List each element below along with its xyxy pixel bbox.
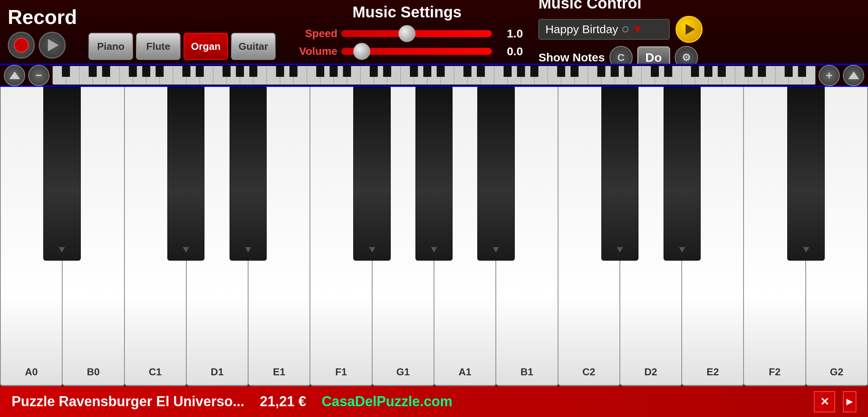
song-name: Happy Birtday <box>545 23 618 36</box>
black-key-7[interactable] <box>477 87 514 261</box>
svg-rect-95 <box>744 66 752 77</box>
svg-rect-77 <box>410 66 418 77</box>
instrument-section: Piano Flute Organ Guitar <box>89 33 276 60</box>
svg-rect-78 <box>423 66 431 77</box>
piano-button[interactable]: Piano <box>89 33 133 60</box>
volume-thumb[interactable] <box>353 43 370 60</box>
svg-rect-68 <box>236 66 244 77</box>
chevron-down-ad-icon: ▶ <box>846 397 853 407</box>
control-title: Music Control <box>538 0 642 12</box>
svg-rect-70 <box>276 66 284 77</box>
svg-rect-92 <box>691 66 699 77</box>
ad-price: 21,21 € <box>260 393 306 409</box>
black-key-9[interactable] <box>601 87 638 261</box>
play-song-button[interactable] <box>676 16 703 43</box>
svg-rect-67 <box>223 66 231 77</box>
plus-icon: + <box>826 69 833 82</box>
svg-rect-61 <box>102 66 110 77</box>
speed-value: 1.0 <box>496 27 523 40</box>
close-icon: ✕ <box>820 395 829 408</box>
speed-track <box>341 30 492 37</box>
svg-rect-60 <box>89 66 97 77</box>
black-key-2[interactable] <box>167 87 204 261</box>
svg-rect-96 <box>758 66 766 77</box>
piano-keyboard-area: A0 B0 C1 D1 E1 F1 G1 A1 B1 C2 D2 E2 F2 G… <box>0 87 868 386</box>
svg-rect-84 <box>530 66 538 77</box>
svg-rect-64 <box>156 66 164 77</box>
svg-rect-69 <box>249 66 257 77</box>
music-settings: Music Settings Speed 1.0 Volume 0.0 <box>291 3 523 60</box>
ad-collapse-button[interactable]: ▶ <box>843 391 856 412</box>
volume-row: Volume 0.0 <box>291 45 523 58</box>
chevron-down-icon: ▼ <box>632 23 643 36</box>
ad-banner: Puzzle Ravensburger El Universo... 21,21… <box>0 386 868 417</box>
svg-rect-81 <box>477 66 485 77</box>
dot-icon <box>622 26 628 32</box>
svg-rect-63 <box>142 66 150 77</box>
svg-rect-88 <box>611 66 619 77</box>
svg-rect-72 <box>316 66 324 77</box>
keyboard-nav: − + <box>0 64 868 87</box>
ad-description: Puzzle Ravensburger El Universo... <box>12 393 244 409</box>
control-row: Happy Birtday ▼ <box>538 16 732 43</box>
record-button[interactable] <box>8 32 35 59</box>
svg-rect-89 <box>624 66 632 77</box>
svg-rect-0 <box>53 66 815 85</box>
up-arrow-icon <box>9 71 20 79</box>
ad-link[interactable]: CasaDelPuzzle.com <box>322 393 452 409</box>
volume-label: Volume <box>291 45 337 58</box>
speed-thumb[interactable] <box>398 25 415 42</box>
mini-keyboard[interactable] <box>53 66 815 85</box>
svg-rect-71 <box>289 66 298 77</box>
record-title: Record <box>8 5 77 29</box>
speed-label: Speed <box>291 27 337 40</box>
black-key-0[interactable] <box>43 87 80 261</box>
black-key-5[interactable] <box>353 87 390 261</box>
svg-rect-73 <box>330 66 338 77</box>
svg-rect-91 <box>664 66 672 77</box>
flute-button[interactable]: Flute <box>136 33 180 60</box>
record-section: Record <box>8 5 77 59</box>
svg-rect-62 <box>129 66 137 77</box>
black-key-3[interactable] <box>230 87 267 261</box>
volume-value: 0.0 <box>496 45 523 58</box>
octave-up-left-button[interactable] <box>4 65 25 86</box>
ad-close-button[interactable]: ✕ <box>814 391 835 412</box>
svg-rect-94 <box>718 66 726 77</box>
music-control: Music Control Happy Birtday ▼ Show Notes… <box>538 0 732 69</box>
record-icon <box>14 38 29 53</box>
volume-track <box>341 48 492 55</box>
up-arrow-right-icon <box>848 71 859 79</box>
svg-rect-98 <box>798 66 806 77</box>
song-selector[interactable]: Happy Birtday ▼ <box>538 19 670 40</box>
svg-rect-87 <box>597 66 606 77</box>
zoom-in-button[interactable]: + <box>819 65 840 86</box>
svg-rect-82 <box>504 66 512 77</box>
play-icon <box>48 39 59 51</box>
ad-text: Puzzle Ravensburger El Universo... 21,21… <box>12 393 806 410</box>
svg-rect-80 <box>463 66 471 77</box>
organ-button[interactable]: Organ <box>184 33 228 60</box>
black-key-10[interactable] <box>664 87 701 261</box>
mini-keyboard-svg <box>53 66 815 85</box>
show-notes-label: Show Notes <box>538 51 605 64</box>
svg-rect-79 <box>437 66 445 77</box>
svg-rect-65 <box>182 66 191 77</box>
black-key-12[interactable] <box>787 87 824 261</box>
play-record-button[interactable] <box>39 32 66 59</box>
svg-rect-66 <box>196 66 204 77</box>
svg-rect-86 <box>570 66 579 77</box>
octave-up-right-button[interactable] <box>843 65 864 86</box>
svg-rect-85 <box>557 66 565 77</box>
zoom-out-button[interactable]: − <box>28 65 49 86</box>
svg-rect-59 <box>62 66 70 77</box>
settings-title: Music Settings <box>352 3 461 21</box>
play-gold-icon <box>686 24 695 35</box>
svg-rect-75 <box>370 66 378 77</box>
speed-row: Speed 1.0 <box>291 27 523 40</box>
svg-rect-76 <box>383 66 391 77</box>
svg-rect-90 <box>651 66 659 77</box>
guitar-button[interactable]: Guitar <box>231 33 276 60</box>
svg-rect-97 <box>785 66 793 77</box>
black-key-6[interactable] <box>415 87 453 261</box>
